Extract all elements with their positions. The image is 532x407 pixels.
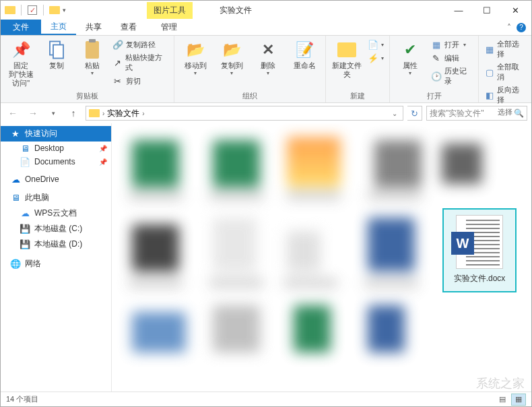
tab-view[interactable]: 查看 xyxy=(111,20,146,35)
minimize-button[interactable]: — xyxy=(445,2,472,18)
delete-icon: ✕ xyxy=(258,40,278,60)
properties-qat-button[interactable]: ✓ xyxy=(26,3,39,17)
qat-dropdown-icon[interactable]: ▾ xyxy=(63,7,66,13)
rename-button[interactable]: 📝 重命名 xyxy=(288,38,321,71)
group-clipboard: 📌 固定到"快速访问" 复制 粘贴 ▾ 🔗复制路径 ↗粘贴快捷方式 ✂剪切 剪贴… xyxy=(1,36,174,102)
pin-icon: 📌 xyxy=(11,40,31,60)
new-folder-button[interactable]: 新建文件夹 xyxy=(330,38,364,80)
newitem-icon: 📄 xyxy=(368,39,378,50)
copy-to-button[interactable]: 📂 复制到▾ xyxy=(215,38,248,77)
forward-button[interactable]: → xyxy=(25,105,41,121)
cloud-icon: ☁ xyxy=(20,209,30,218)
quick-access-toolbar: ✓ ▾ xyxy=(3,3,66,17)
path-icon: 🔗 xyxy=(112,39,123,50)
invert-selection-button[interactable]: ◧反向选择 xyxy=(483,84,527,106)
word-document-icon: W xyxy=(456,215,503,269)
copy-path-button[interactable]: 🔗复制路径 xyxy=(111,38,170,51)
selectall-icon: ▦ xyxy=(484,44,495,55)
group-label-organize: 组织 xyxy=(178,90,321,102)
move-to-button[interactable]: 📂 移动到▾ xyxy=(178,38,212,77)
disk-icon: 💾 xyxy=(20,240,30,249)
back-button[interactable]: ← xyxy=(5,105,21,121)
contextual-tab-label: 图片工具 xyxy=(147,2,193,19)
new-item-button[interactable]: 📄▾ xyxy=(366,38,385,51)
delete-button[interactable]: ✕ 删除▾ xyxy=(251,38,285,77)
group-organize: 📂 移动到▾ 📂 复制到▾ ✕ 删除▾ 📝 重命名 组织 xyxy=(174,36,326,102)
nav-network[interactable]: 🌐网络 xyxy=(1,256,111,272)
edit-button[interactable]: ✎编辑 xyxy=(430,52,474,64)
breadcrumb-item[interactable]: 实验文件 xyxy=(107,108,139,119)
nav-disk-d[interactable]: 💾本地磁盘 (D:) xyxy=(1,237,111,252)
paste-button[interactable]: 粘贴 ▾ xyxy=(75,38,108,77)
icons-view-button[interactable]: ▦ xyxy=(511,394,526,406)
nav-desktop[interactable]: 🖥Desktop📌 xyxy=(1,142,111,155)
pin-to-quickaccess-button[interactable]: 📌 固定到"快速访问" xyxy=(5,38,38,90)
easy-access-button[interactable]: ⚡▾ xyxy=(366,52,385,64)
file-item-selected[interactable]: W 实验文件.docx xyxy=(442,208,517,292)
group-open: ✔ 属性▾ ▦打开▾ ✎编辑 🕑历史记录 打开 xyxy=(390,36,479,102)
tab-file[interactable]: 文件 xyxy=(1,20,41,35)
titlebar: ✓ ▾ 图片工具 实验文件 — ☐ ✕ xyxy=(1,1,531,20)
tab-manage[interactable]: 管理 xyxy=(152,20,187,35)
copy-button[interactable]: 复制 xyxy=(40,38,73,71)
close-button[interactable]: ✕ xyxy=(502,2,529,18)
group-new: 新建文件夹 📄▾ ⚡▾ 新建 xyxy=(326,36,390,102)
open-icon: ▦ xyxy=(431,39,442,50)
nav-disk-c[interactable]: 💾本地磁盘 (C:) xyxy=(1,221,111,237)
address-bar-row: ← → ▾ ↑ › 实验文件 › ⌄ ↻ 搜索"实验文件" 🔍 xyxy=(1,103,531,123)
cut-button[interactable]: ✂剪切 xyxy=(111,75,170,87)
onedrive-icon: ☁ xyxy=(10,175,21,184)
pc-icon: 🖥 xyxy=(10,193,21,203)
ribbon: 📌 固定到"快速访问" 复制 粘贴 ▾ 🔗复制路径 ↗粘贴快捷方式 ✂剪切 剪贴… xyxy=(1,36,531,103)
rename-icon: 📝 xyxy=(294,40,314,60)
group-label-new: 新建 xyxy=(330,90,385,102)
copyto-icon: 📂 xyxy=(222,40,242,60)
refresh-button[interactable]: ↻ xyxy=(407,106,422,121)
recent-locations-button[interactable]: ▾ xyxy=(45,105,61,121)
nav-quick-access[interactable]: ★快速访问 xyxy=(1,126,111,142)
address-dropdown-icon[interactable]: ⌄ xyxy=(389,110,400,117)
pin-icon: 📌 xyxy=(99,158,107,166)
scissors-icon: ✂ xyxy=(112,75,123,86)
network-icon: 🌐 xyxy=(10,259,21,269)
window-title: 实验文件 xyxy=(220,5,252,16)
pin-icon: 📌 xyxy=(99,145,107,152)
folder-icon[interactable] xyxy=(3,3,17,17)
address-bar[interactable]: › 实验文件 › ⌄ xyxy=(86,106,403,121)
chevron-right-icon[interactable]: › xyxy=(102,110,104,117)
help-icon[interactable]: ? xyxy=(517,23,526,32)
easyaccess-icon: ⚡ xyxy=(368,53,378,63)
select-all-button[interactable]: ▦全部选择 xyxy=(483,38,527,60)
group-select: ▦全部选择 ▢全部取消 ◧反向选择 选择 xyxy=(479,36,531,102)
file-list-pane[interactable]: W 实验文件.docx xyxy=(112,123,531,392)
star-icon: ★ xyxy=(10,129,21,139)
selectnone-icon: ▢ xyxy=(484,67,495,77)
new-folder-qat-button[interactable] xyxy=(48,3,61,17)
nav-documents[interactable]: 📄Documents📌 xyxy=(1,155,111,168)
desktop-icon: 🖥 xyxy=(20,144,30,153)
nav-wps[interactable]: ☁WPS云文档 xyxy=(1,206,111,221)
tab-home[interactable]: 主页 xyxy=(41,20,76,35)
minimize-ribbon-icon[interactable]: ˄ xyxy=(507,23,511,32)
maximize-button[interactable]: ☐ xyxy=(473,2,500,18)
moveto-icon: 📂 xyxy=(185,40,205,60)
details-view-button[interactable]: ▤ xyxy=(495,394,510,406)
folder-icon xyxy=(89,109,100,117)
search-input[interactable]: 搜索"实验文件" 🔍 xyxy=(426,106,527,121)
up-button[interactable]: ↑ xyxy=(65,105,81,121)
navigation-pane: ★快速访问 🖥Desktop📌 📄Documents📌 ☁OneDrive 🖥此… xyxy=(1,123,112,392)
new-folder-icon xyxy=(337,40,357,60)
svg-rect-1 xyxy=(53,45,63,59)
ribbon-tabs: 文件 主页 共享 查看 管理 ˄ ? xyxy=(1,20,531,36)
nav-this-pc[interactable]: 🖥此电脑 xyxy=(1,190,111,206)
nav-onedrive[interactable]: ☁OneDrive xyxy=(1,173,111,186)
invert-icon: ◧ xyxy=(484,90,495,100)
properties-button[interactable]: ✔ 属性▾ xyxy=(394,38,427,77)
chevron-right-icon[interactable]: › xyxy=(142,110,144,117)
open-button[interactable]: ▦打开▾ xyxy=(430,38,474,51)
select-none-button[interactable]: ▢全部取消 xyxy=(483,61,527,83)
edit-icon: ✎ xyxy=(431,53,442,63)
history-button[interactable]: 🕑历史记录 xyxy=(430,65,474,87)
tab-share[interactable]: 共享 xyxy=(76,20,111,35)
paste-shortcut-button[interactable]: ↗粘贴快捷方式 xyxy=(111,52,170,73)
